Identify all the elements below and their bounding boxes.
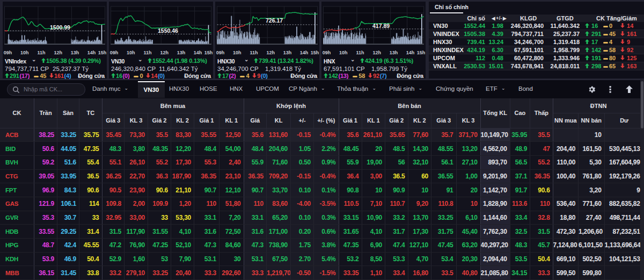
svg-text:726.17: 726.17 [266,17,283,24]
svg-text:417.89: 417.89 [372,23,390,29]
svg-text:1500.99: 1500.99 [50,24,70,31]
svg-text:1550.46: 1550.46 [158,27,178,34]
